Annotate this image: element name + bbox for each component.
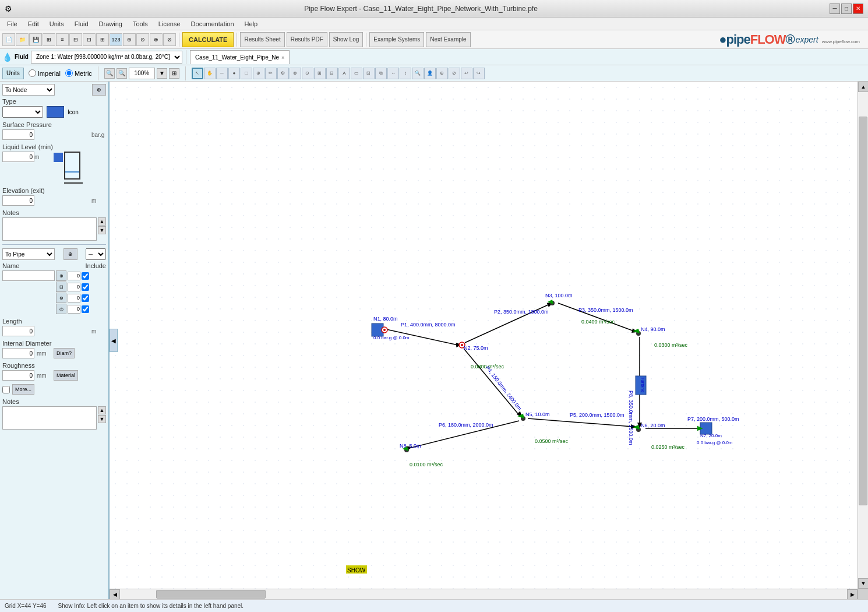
example-systems-button[interactable]: Example Systems: [369, 32, 424, 47]
scroll-right-arrow[interactable]: ▶: [847, 589, 858, 599]
length-input[interactable]: 0: [2, 326, 34, 336]
node-notes-input[interactable]: [2, 217, 97, 241]
surface-pressure-input[interactable]: 0: [2, 129, 34, 140]
more-button[interactable]: More...: [12, 384, 34, 395]
tool-icon15[interactable]: ⊡: [363, 68, 375, 79]
fit-button[interactable]: ⊞: [169, 68, 179, 79]
tool-icon18[interactable]: ↕: [400, 68, 411, 79]
pipe-include-check3[interactable]: [82, 294, 89, 302]
type-selector[interactable]: [2, 106, 43, 118]
pipe-notes-scroll-up[interactable]: ▲: [98, 406, 106, 414]
pipe-end-val1[interactable]: [68, 272, 80, 280]
canvas-area[interactable]: ◀: [110, 82, 868, 599]
scroll-left-arrow[interactable]: ◀: [110, 589, 120, 599]
tb-icon12[interactable]: ⊗: [150, 33, 163, 46]
units-button[interactable]: Units: [2, 68, 24, 79]
close-button[interactable]: ✕: [853, 3, 863, 14]
next-example-button[interactable]: Next Example: [426, 32, 470, 47]
vertical-scrollbar[interactable]: ▲ ▼: [858, 82, 868, 589]
minimize-button[interactable]: ─: [830, 3, 840, 14]
material-button[interactable]: Material: [54, 370, 78, 381]
pipe-tool[interactable]: ─: [216, 68, 228, 79]
tool-icon6[interactable]: ⊕: [253, 68, 264, 79]
menu-documentation[interactable]: Documentation: [186, 19, 239, 29]
node-tool[interactable]: ●: [228, 68, 240, 79]
pipe-end-val3[interactable]: [68, 294, 80, 303]
roughness-input[interactable]: 0: [2, 370, 34, 381]
scroll-down-arrow[interactable]: ▼: [858, 578, 868, 589]
menu-drawing[interactable]: Drawing: [94, 19, 127, 29]
menu-units[interactable]: Units: [45, 19, 69, 29]
file-tab-close[interactable]: ×: [281, 55, 284, 61]
menu-tools[interactable]: Tools: [128, 19, 153, 29]
tool-icon10[interactable]: ⊙: [302, 68, 313, 79]
maximize-button[interactable]: □: [841, 3, 852, 14]
pipe-end-val4[interactable]: [68, 305, 80, 314]
tool-icon21[interactable]: ⊕: [436, 68, 448, 79]
pipe-include-check4[interactable]: [82, 305, 89, 313]
tb-icon13[interactable]: ⊘: [163, 33, 176, 46]
open-icon[interactable]: 📁: [16, 33, 29, 46]
diameter-input[interactable]: 0: [2, 348, 34, 358]
tool-icon7[interactable]: ✏: [265, 68, 277, 79]
add-node-button[interactable]: ⊕: [92, 84, 106, 96]
pipe-selector[interactable]: To Pipe: [2, 248, 55, 260]
tool-icon8[interactable]: ⚙: [277, 68, 289, 79]
menu-fluid[interactable]: Fluid: [70, 19, 93, 29]
results-pdf-button[interactable]: Results PDF: [287, 32, 327, 47]
metric-radio[interactable]: [65, 69, 73, 77]
tb-icon7[interactable]: ⊡: [83, 33, 96, 46]
tb-icon9[interactable]: 123: [110, 33, 122, 46]
zoom-in-button[interactable]: 🔍: [117, 68, 127, 79]
pipe-notes-input[interactable]: [2, 406, 97, 430]
pipe-style-selector[interactable]: ─: [86, 248, 106, 260]
imperial-radio-label[interactable]: Imperial: [29, 69, 61, 77]
scroll-down-btn[interactable]: ▼: [98, 226, 106, 234]
zoom-out-button[interactable]: 🔍: [104, 68, 115, 79]
tb-icon10[interactable]: ⊕: [123, 33, 136, 46]
menu-help[interactable]: Help: [240, 19, 263, 29]
tank-tool[interactable]: □: [241, 68, 252, 79]
pipe-include-check2[interactable]: [82, 283, 89, 291]
scroll-up-arrow[interactable]: ▲: [858, 82, 868, 92]
tool-icon14[interactable]: ▭: [351, 68, 362, 79]
tool-icon24[interactable]: ↪: [473, 68, 485, 79]
tb-icon8[interactable]: ⊞: [96, 33, 109, 46]
scroll-thumb-v[interactable]: [859, 117, 867, 505]
diam-button[interactable]: Diam?: [54, 348, 75, 358]
new-icon[interactable]: 📄: [2, 33, 15, 46]
fluid-selector[interactable]: Zone 1: Water [998.000000 kg/m³ at 0.0ba…: [31, 51, 182, 64]
calculate-button[interactable]: CALCULATE: [182, 32, 234, 47]
zoom-display[interactable]: 100%: [129, 68, 155, 79]
tool-icon23[interactable]: ↩: [461, 68, 472, 79]
tool-icon20[interactable]: 👤: [424, 68, 436, 79]
imperial-radio[interactable]: [29, 69, 36, 77]
horizontal-scrollbar[interactable]: ◀ ▶: [110, 589, 858, 599]
results-sheet-button[interactable]: Results Sheet: [240, 32, 284, 47]
tool-icon22[interactable]: ⊘: [449, 68, 460, 79]
add-pipe-button[interactable]: ⊕: [63, 248, 77, 260]
tool-icon13[interactable]: A: [338, 68, 350, 79]
tb-icon11[interactable]: ⊙: [136, 33, 149, 46]
tool-icon16[interactable]: ⧉: [375, 68, 387, 79]
tb-icon4[interactable]: ⊞: [43, 33, 55, 46]
scroll-thumb-h[interactable]: [156, 590, 265, 599]
metric-radio-label[interactable]: Metric: [65, 69, 92, 77]
show-log-button[interactable]: Show Log: [329, 32, 363, 47]
menu-edit[interactable]: Edit: [23, 19, 44, 29]
pipe-include-check1[interactable]: [82, 272, 89, 280]
tool-icon19[interactable]: 🔍: [412, 68, 424, 79]
tb-icon6[interactable]: ⊟: [69, 33, 82, 46]
menu-license[interactable]: License: [154, 19, 185, 29]
more-checkbox[interactable]: [2, 386, 10, 393]
menu-file[interactable]: File: [2, 19, 22, 29]
liquid-level-input[interactable]: 0: [2, 152, 34, 162]
select-tool[interactable]: ↖: [192, 68, 203, 79]
node-selector[interactable]: To Node: [2, 84, 55, 96]
save-icon[interactable]: 💾: [29, 33, 42, 46]
pipe-name-input[interactable]: [2, 270, 55, 281]
tool-icon12[interactable]: ⊟: [326, 68, 338, 79]
tool-icon17[interactable]: ↔: [387, 68, 399, 79]
pipe-end-val2[interactable]: [68, 283, 80, 291]
panel-collapse-arrow[interactable]: ◀: [110, 329, 118, 352]
